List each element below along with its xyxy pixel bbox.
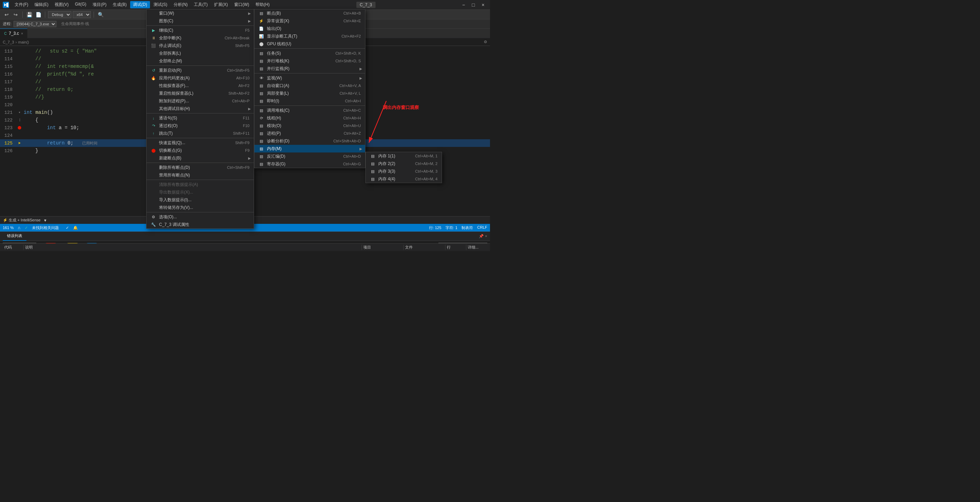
debug-menu-stop[interactable]: ⬛ 停止调试(E) Shift+F5	[146, 42, 254, 49]
win-menu-gpu-threads[interactable]: ⬤ GPU 线程(U)	[255, 40, 365, 48]
pin-icon[interactable]: 📌	[479, 234, 484, 239]
win-menu-watch[interactable]: 👁 监视(W)	[255, 74, 365, 82]
debug-menu-options[interactable]: ⚙ 选项(O)...	[146, 213, 254, 221]
col-file[interactable]: 文件	[404, 245, 445, 250]
win-menu-locals[interactable]: ▤ 局部变量(L) Ctrl+Alt+V, L	[255, 89, 365, 97]
sep6	[146, 180, 254, 180]
maximize-button[interactable]: □	[469, 2, 477, 8]
debug-menu-hot-reload[interactable]: 🔥 应用代码更改(A) Alt+F10	[146, 74, 254, 82]
debug-menu-other-targets[interactable]: 其他调试目标(H)	[146, 105, 254, 112]
col-description[interactable]: 说明	[24, 245, 362, 250]
menu-edit[interactable]: 编辑(E)	[32, 1, 51, 8]
window-title: C_7_3	[356, 2, 375, 7]
debug-menu-window[interactable]: 窗口(W)	[146, 10, 254, 17]
toolbar-sep3	[94, 11, 94, 18]
redo-button[interactable]: ↪	[12, 11, 19, 18]
win-menu-modules[interactable]: ▤ 模块(O) Ctrl+Alt+U	[255, 122, 365, 129]
mem-menu-4[interactable]: ▤ 内存 4(4) Ctrl+Alt+M, 4	[366, 175, 442, 183]
debug-menu-terminate-all[interactable]: 全部终止(M)	[146, 57, 254, 65]
win-menu-memory[interactable]: ▤ 内存(M)	[255, 145, 365, 153]
debug-menu-step-over[interactable]: ↷ 逐过程(O) F10	[146, 122, 254, 129]
debug-menu-quick-watch[interactable]: 快速监视(Q)... Shift+F9	[146, 139, 254, 147]
debug-menu-continue[interactable]: ▶ 继续(C) F5	[146, 27, 254, 34]
debug-menu-disable-all-bp[interactable]: 禁用所有断点(N)	[146, 171, 254, 179]
win-menu-disassembly[interactable]: ▤ 反汇编(D) Ctrl+Alt+D	[255, 153, 365, 160]
debug-menu-convert-saved[interactable]: 将转储另存为(V)...	[146, 204, 254, 211]
debug-menu-detach[interactable]: 全部拆离(L)	[146, 49, 254, 57]
win-menu-registers[interactable]: ▤ 寄存器(G) Ctrl+Alt+G	[255, 160, 365, 168]
win-menu-processes[interactable]: ▤ 进程(P) Ctrl+Alt+Z	[255, 129, 365, 137]
toolbar-search[interactable]: 🔍	[97, 11, 104, 18]
menu-project[interactable]: 项目(P)	[90, 1, 109, 8]
menu-test[interactable]: 测试(S)	[151, 1, 170, 8]
menu-view[interactable]: 视图(V)	[52, 1, 72, 8]
debug-menu-clear-data-tips: 清除所有数据提示(A)	[146, 181, 254, 188]
close-button[interactable]: ×	[479, 2, 487, 8]
source-control-icon[interactable]: ⑃	[18, 225, 21, 231]
win-menu-exception[interactable]: ⚡ 异常设置(X) Ctrl+Alt+E	[255, 17, 365, 25]
editor-config-icon[interactable]: ⚙	[484, 40, 487, 44]
win-menu-diag-analysis[interactable]: ▤ 诊断分析(D) Ctrl+Shift+Alt+D	[255, 137, 365, 145]
tab-7-3-c[interactable]: C 7_3.c ×	[0, 29, 27, 38]
title-bar-left: 文件(F) 编辑(E) 视图(V) Git(G) 项目(P) 生成(B) 调试(…	[3, 1, 272, 8]
debug-menu-break-all[interactable]: ⏸ 全部中断(K) Ctrl+Alt+Break	[146, 34, 254, 42]
menu-tools[interactable]: 工具(T)	[191, 1, 210, 8]
new-file-button[interactable]: 📄	[35, 11, 42, 18]
undo-button[interactable]: ↩	[3, 11, 10, 18]
build-dropdown[interactable]: ▼	[43, 218, 47, 222]
debug-menu-new-bp[interactable]: 新建断点(B)	[146, 154, 254, 162]
win-menu-parallel-stacks[interactable]: ▤ 并行堆栈(K) Ctrl+Shift+D, S	[255, 57, 365, 65]
menu-debug[interactable]: 调试(D)	[130, 1, 150, 8]
error-list-columns: 代码 说明 项目 文件 行 详细...	[0, 243, 490, 251]
menu-window[interactable]: 窗口(W)	[231, 1, 252, 8]
menu-extensions[interactable]: 扩展(X)	[211, 1, 231, 8]
close-panel-button[interactable]: ×	[485, 234, 487, 239]
debug-menu-step-out[interactable]: ↑ 跳出(T) Shift+F11	[146, 129, 254, 137]
menu-bar: 文件(F) 编辑(E) 视图(V) Git(G) 项目(P) 生成(B) 调试(…	[12, 1, 272, 8]
menu-analyze[interactable]: 分析(N)	[171, 1, 191, 8]
minimize-button[interactable]: −	[460, 2, 468, 8]
platform-dropdown[interactable]: x64	[73, 11, 91, 18]
win-menu-call-stack[interactable]: ▤ 调用堆栈(C) Ctrl+Alt+C	[255, 107, 365, 114]
col-details[interactable]: 详细...	[466, 245, 487, 250]
debug-menu-attach[interactable]: 附加到进程(P)... Ctrl+Alt+P	[146, 97, 254, 105]
notification-icon[interactable]: 🔔	[73, 226, 78, 230]
debug-menu-toggle-bp[interactable]: ⬤ 切换断点(G) F9	[146, 147, 254, 154]
win-menu-auto[interactable]: ▤ 自动窗口(A) Ctrl+Alt+V, A	[255, 82, 365, 89]
mem-menu-2[interactable]: ▤ 内存 2(2) Ctrl+Alt+M, 2	[366, 160, 442, 167]
col-code[interactable]: 代码	[3, 245, 24, 250]
process-dropdown[interactable]: [39044] C_7_3.exe	[14, 21, 56, 27]
col-line[interactable]: 行	[445, 245, 466, 250]
menu-build[interactable]: 生成(B)	[110, 1, 129, 8]
col-project[interactable]: 项目	[362, 245, 404, 250]
menu-help[interactable]: 帮助(H)	[253, 1, 272, 8]
breakpoints-icon: ▤	[259, 11, 264, 16]
mem-menu-1[interactable]: ▤ 内存 1(1) Ctrl+Alt+M, 1	[366, 152, 442, 160]
status-right: 行: 125 字符: 1 制表符 CRLF	[429, 225, 487, 231]
tab-close-button[interactable]: ×	[21, 32, 23, 35]
win-menu-tasks[interactable]: ▤ 任务(S) Ctrl+Shift+D, K	[255, 49, 365, 57]
tab-error-list[interactable]: 错误列表	[3, 232, 27, 241]
win-menu-immediate[interactable]: ▤ 即时(I) Ctrl+Alt+I	[255, 97, 365, 105]
processes-icon: ▤	[259, 131, 264, 136]
win-menu-parallel-watch[interactable]: ▤ 并行监视(R)	[255, 65, 365, 72]
debug-menu-perf[interactable]: 性能探查器(F)... Alt+F2	[146, 82, 254, 89]
debug-menu-step-into[interactable]: ↓ 逐语句(S) F11	[146, 114, 254, 122]
debug-menu-import-data-tips[interactable]: 导入数据提示(I)...	[146, 196, 254, 204]
debug-menu-graphics[interactable]: 图形(C)	[146, 17, 254, 25]
menu-file[interactable]: 文件(F)	[12, 1, 31, 8]
win-menu-breakpoints[interactable]: ▤ 断点(B) Ctrl+Alt+B	[255, 10, 365, 17]
debug-menu-restart-perf[interactable]: 重启性能探查器(L) Shift+Alt+F2	[146, 89, 254, 97]
current-line-arrow: ➤	[18, 140, 21, 146]
win-menu-output[interactable]: 📄 输出(O)	[255, 25, 365, 32]
win-menu-threads[interactable]: ⟳ 线程(H) Ctrl+Alt+H	[255, 114, 365, 122]
menu-git[interactable]: Git(G)	[72, 1, 89, 8]
save-button[interactable]: 💾	[25, 11, 33, 18]
debug-menu-c73-props[interactable]: 🔧 C_7_3 调试属性	[146, 221, 254, 228]
win-menu-diag-tools[interactable]: 📊 显示诊断工具(T) Ctrl+Alt+F2	[255, 32, 365, 40]
mem-menu-3[interactable]: ▤ 内存 3(3) Ctrl+Alt+M, 3	[366, 167, 442, 175]
debug-menu-restart[interactable]: ↺ 重新启动(R) Ctrl+Shift+F5	[146, 67, 254, 74]
debug-menu-delete-all-bp[interactable]: 删除所有断点(D) Ctrl+Shift+F9	[146, 164, 254, 171]
zoom-level[interactable]: 161 %	[3, 226, 14, 230]
debug-config-dropdown[interactable]: Debug	[48, 11, 72, 18]
